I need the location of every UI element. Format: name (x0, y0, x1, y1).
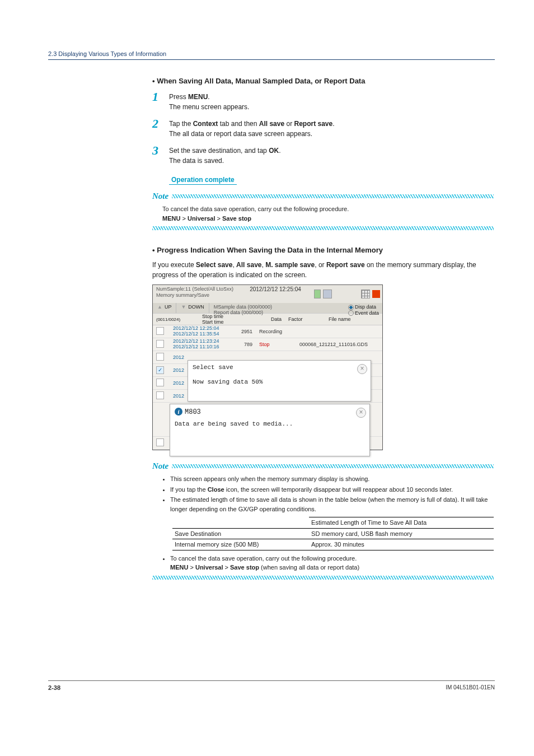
pi-b: Select save (196, 261, 232, 269)
step-3-a: Set the save destination, and tap (169, 147, 269, 155)
hdr-stop-time: Stop time (202, 314, 223, 319)
note2-li2a: If you tap the (170, 486, 208, 493)
step-2-c: tab and then (218, 120, 259, 128)
step-2-reportsave: Report save (294, 120, 333, 128)
note-1-gt2: > (215, 215, 222, 222)
pi-h: Report save (326, 261, 365, 269)
close-icon[interactable]: × (357, 364, 367, 374)
usb-icon[interactable] (323, 290, 332, 298)
select-save-overlay: Select save × Now saving data 50% (188, 360, 371, 402)
step-3-number: 3 (152, 144, 169, 157)
est-r2c2: Approx. 30 minutes (309, 539, 494, 550)
step-2-a: Tap the (169, 120, 193, 128)
step-3: 3 Set the save destination, and tap OK. … (152, 144, 494, 166)
ov1-progress: Now saving data 50% (193, 379, 366, 385)
radio-event-label: Event data (355, 310, 379, 316)
row-checkbox[interactable] (156, 340, 164, 348)
step-3-ok: OK (269, 147, 279, 155)
note-label-1: Note (152, 192, 168, 201)
ss-down-button[interactable]: DOWN (176, 303, 209, 313)
step-1-line2: The menu screen appears. (169, 103, 249, 111)
close-icon[interactable]: × (356, 408, 366, 418)
step-2-context: Context (193, 120, 218, 128)
note2-li1: This screen appears only when the memory… (170, 475, 369, 482)
step-2-e: or (284, 120, 294, 128)
row-checkbox[interactable] (156, 379, 164, 386)
note2b-gt2: > (223, 564, 230, 571)
radio-disp-label: Disp data (355, 304, 376, 310)
ss-counter: (0011/0024) (153, 317, 199, 322)
page-footer: 2-38 IM 04L51B01-01EN (48, 680, 495, 691)
note2b-menu: MENU (170, 564, 188, 571)
est-r1c1: Save Destination (172, 528, 309, 539)
message-overlay: iM803 × Data are being saved to media... (170, 404, 370, 456)
tr0: 2012 (170, 354, 227, 360)
est-h2: Estimated Length of Time to Save All Dat… (309, 517, 494, 529)
note-label-2: Note (152, 461, 168, 471)
r1-fn: 000068_121212_111016.GDS (296, 342, 382, 347)
heading-saving-all-data: When Saving All Data, Manual Sampled Dat… (152, 77, 494, 85)
step-1-menu: MENU (188, 93, 208, 101)
hatch-icon (172, 194, 494, 198)
r1-t2: 2012/12/12 11:10:16 (173, 344, 223, 350)
progress-intro: If you execute Select save, All save, M.… (152, 260, 494, 280)
ss-datetime: 2012/12/12 12:25:04 (237, 286, 314, 292)
estimate-table: Estimated Length of Time to Save All Dat… (172, 517, 494, 550)
step-3-c: . (279, 147, 280, 155)
hdr-data: Data (256, 316, 285, 322)
hatch-divider-2 (152, 576, 494, 580)
r0-d: 2951 (227, 329, 256, 334)
note-1-universal: Universal (188, 215, 216, 222)
note2b-li4: To cancel the data save operation, carry… (170, 555, 357, 562)
step-2-line2: The all data or report data save screen … (169, 130, 312, 138)
step-1: 1 Press MENU. The menu screen appears. (152, 91, 494, 112)
radio-disp-data[interactable] (348, 305, 354, 310)
hatch-icon (172, 464, 494, 468)
r0-f: Recording (256, 329, 296, 334)
ov1-title: Select save (193, 364, 233, 371)
note-1-savestop: Save stop (222, 215, 251, 222)
page-number: 2-38 (48, 684, 60, 691)
step-1-number: 1 (152, 91, 169, 103)
doc-id: IM 04L51B01-01EN (446, 684, 495, 691)
note-2-body: This screen appears only when the memory… (152, 471, 494, 572)
pi-d: All save (236, 261, 261, 269)
row-checkbox[interactable]: ✓ (156, 366, 164, 374)
ss-breadcrumb: NumSample:11 (Select/All LtoSxx) Memory … (153, 285, 237, 303)
row-checkbox[interactable] (156, 438, 164, 446)
step-2: 2 Tap the Context tab and then All save … (152, 118, 494, 139)
note2b-gt1: > (188, 564, 195, 571)
hdr-factor: Factor (285, 316, 325, 322)
pi-g: , or (315, 261, 326, 269)
hatch-divider-1 (152, 226, 494, 230)
keypad-icon[interactable] (361, 290, 370, 298)
note-1-l1: To cancel the data save operation, carry… (162, 206, 349, 212)
note2b-suffix: (when saving all data or report data) (259, 564, 359, 571)
radio-event-data[interactable] (348, 310, 354, 316)
note2-close: Close (208, 486, 224, 493)
row-checkbox[interactable] (156, 391, 164, 399)
r1-d: 789 (227, 342, 256, 347)
ss-up-button[interactable]: UP (153, 303, 176, 313)
section-header: 2.3 Displaying Various Types of Informat… (48, 50, 495, 60)
note-1-body: To cancel the data save operation, carry… (152, 201, 494, 223)
table-row[interactable]: 2012/12/12 12:25:042012/12/12 11:35:54 2… (153, 325, 382, 338)
ss-sub1: MSample data (000/0000) (214, 304, 272, 310)
ov2-code: M803 (185, 408, 201, 416)
note2b-universal: Universal (195, 564, 223, 571)
note2-li2c: icon, the screen will temporarily disapp… (224, 486, 453, 493)
heading-progress-indication: Progress Indication When Saving the Data… (152, 246, 494, 254)
info-icon: i (175, 408, 182, 416)
step-1-text-c: . (208, 93, 209, 101)
hdr-filename: File name (325, 316, 382, 322)
table-row[interactable]: 2012/12/12 11:23:242012/12/12 11:10:16 7… (153, 338, 382, 351)
row-checkbox[interactable] (156, 327, 164, 335)
hdr-start-time: Start time (202, 319, 224, 325)
row-checkbox[interactable] (156, 353, 164, 361)
stop-icon[interactable] (372, 290, 380, 298)
step-2-allsave: All save (259, 120, 284, 128)
note2b-savestop: Save stop (230, 564, 259, 571)
note2-li3: The estimated length of time to save all… (170, 496, 488, 512)
sd-card-icon[interactable] (314, 290, 321, 298)
operation-complete: Operation complete (169, 176, 237, 185)
